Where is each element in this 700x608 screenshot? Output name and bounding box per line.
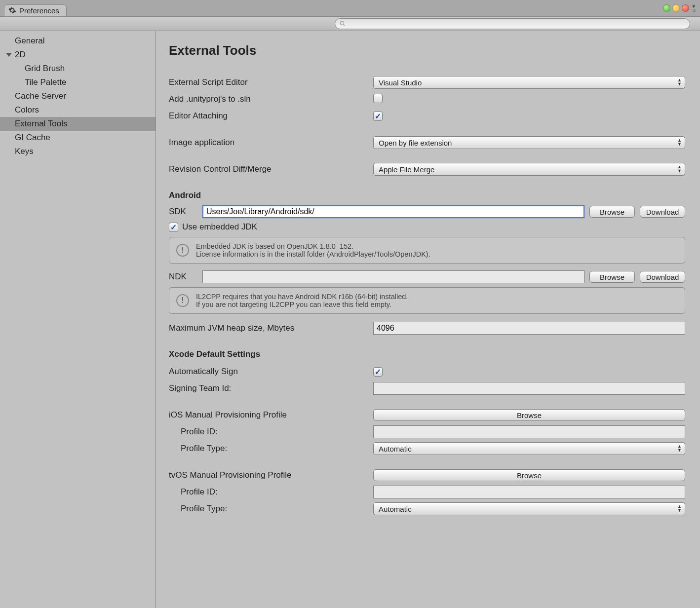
ios-profile-id-input[interactable] — [373, 425, 685, 438]
window-tab[interactable]: Preferences — [4, 4, 67, 16]
maximize-button[interactable] — [672, 4, 680, 12]
ndk-input[interactable] — [202, 270, 584, 283]
revision-control-label: Revision Control Diff/Merge — [169, 164, 373, 174]
tvos-profile-id-label: Profile ID: — [169, 487, 373, 497]
external-script-editor-select[interactable]: Visual Studio ▲▼ — [373, 76, 685, 89]
tvos-profile-id-input[interactable] — [373, 486, 685, 498]
sidebar-item-general[interactable]: General — [0, 34, 156, 48]
updown-icon: ▲▼ — [677, 78, 682, 86]
signing-team-input[interactable] — [373, 382, 685, 395]
sidebar: General 2D Grid Brush Tile Palette Cache… — [0, 31, 156, 608]
window-controls — [663, 4, 689, 12]
info-icon: ! — [176, 244, 189, 257]
content-pane: External Tools External Script Editor Vi… — [156, 31, 700, 608]
signing-team-label: Signing Team Id: — [169, 383, 373, 393]
svg-point-0 — [340, 21, 344, 25]
close-button[interactable] — [682, 4, 689, 12]
updown-icon: ▲▼ — [677, 504, 682, 512]
xcode-heading: Xcode Default Settings — [169, 349, 685, 359]
ndk-download-button[interactable]: Download — [640, 271, 685, 283]
chevron-down-icon — [6, 53, 12, 57]
updown-icon: ▲▼ — [677, 138, 682, 146]
search-field[interactable] — [335, 18, 690, 29]
auto-sign-label: Automatically Sign — [169, 367, 373, 377]
sdk-download-button[interactable]: Download — [640, 206, 685, 218]
panel-menu-icon[interactable]: ▾≡ — [692, 4, 696, 12]
updown-icon: ▲▼ — [677, 444, 682, 452]
image-application-label: Image application — [169, 138, 373, 148]
minimize-button[interactable] — [663, 4, 670, 12]
use-embedded-jdk-label: Use embedded JDK — [182, 222, 257, 232]
ios-profile-id-label: Profile ID: — [169, 427, 373, 437]
window-title: Preferences — [19, 6, 59, 15]
sidebar-item-tile-palette[interactable]: Tile Palette — [0, 76, 156, 89]
ndk-label: NDK — [169, 272, 197, 282]
ios-browse-button[interactable]: Browse — [373, 409, 685, 421]
tvos-profile-type-label: Profile Type: — [169, 504, 373, 514]
revision-control-select[interactable]: Apple File Merge ▲▼ — [373, 163, 685, 176]
sidebar-item-grid-brush[interactable]: Grid Brush — [0, 62, 156, 76]
tvos-profile-type-select[interactable]: Automatic ▲▼ — [373, 502, 685, 515]
search-icon — [339, 20, 346, 27]
sidebar-item-colors[interactable]: Colors — [0, 103, 156, 117]
use-embedded-jdk-checkbox[interactable] — [169, 223, 178, 232]
tvos-browse-button[interactable]: Browse — [373, 469, 685, 481]
tvos-profile-heading: tvOS Manual Provisioning Profile — [169, 470, 373, 480]
sidebar-item-external-tools[interactable]: External Tools — [0, 117, 156, 131]
editor-attaching-label: Editor Attaching — [169, 111, 373, 121]
add-unityproj-label: Add .unityproj's to .sln — [169, 94, 373, 104]
toolbar — [0, 16, 700, 31]
auto-sign-checkbox[interactable] — [373, 367, 383, 377]
svg-line-1 — [344, 25, 345, 26]
sdk-input[interactable] — [202, 205, 584, 218]
image-application-select[interactable]: Open by file extension ▲▼ — [373, 136, 685, 149]
add-unityproj-checkbox[interactable] — [373, 94, 383, 103]
page-title: External Tools — [169, 43, 685, 58]
ndk-browse-button[interactable]: Browse — [589, 271, 635, 283]
jvm-heap-label: Maximum JVM heap size, Mbytes — [169, 323, 373, 333]
info-icon: ! — [176, 294, 189, 307]
sidebar-item-cache-server[interactable]: Cache Server — [0, 89, 156, 103]
editor-attaching-checkbox[interactable] — [373, 112, 383, 121]
sidebar-item-2d[interactable]: 2D — [0, 48, 156, 62]
search-input[interactable] — [346, 20, 686, 28]
sdk-label: SDK — [169, 207, 197, 217]
jvm-heap-input[interactable] — [373, 322, 685, 335]
sidebar-item-gi-cache[interactable]: GI Cache — [0, 131, 156, 145]
android-heading: Android — [169, 190, 685, 200]
updown-icon: ▲▼ — [677, 165, 682, 173]
ios-profile-type-label: Profile Type: — [169, 444, 373, 454]
sdk-browse-button[interactable]: Browse — [589, 206, 635, 218]
titlebar: Preferences ▾≡ — [0, 0, 700, 16]
external-script-editor-label: External Script Editor — [169, 77, 373, 87]
gear-icon — [8, 6, 16, 14]
ios-profile-heading: iOS Manual Provisioning Profile — [169, 410, 373, 420]
ios-profile-type-select[interactable]: Automatic ▲▼ — [373, 442, 685, 455]
ndk-info-box: ! IL2CPP requires that you have Android … — [169, 287, 685, 314]
jdk-info-box: ! Embedded JDK is based on OpenJDK 1.8.0… — [169, 237, 685, 264]
sidebar-item-keys[interactable]: Keys — [0, 145, 156, 158]
